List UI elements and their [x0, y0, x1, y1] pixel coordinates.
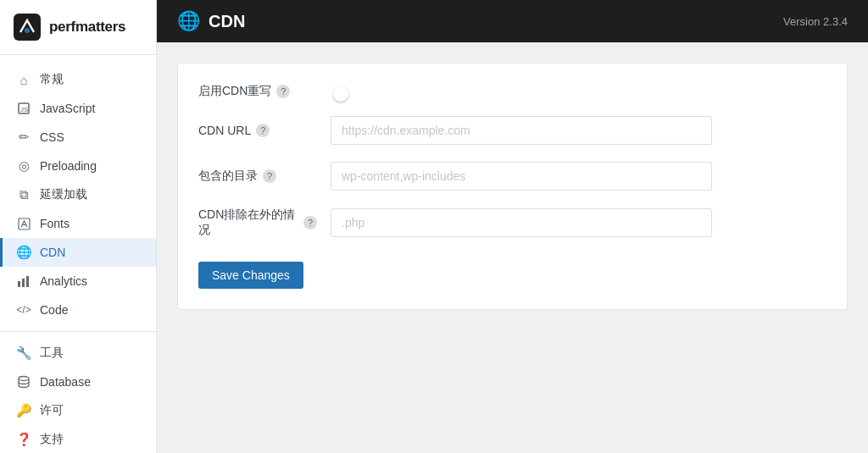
save-button-row: Save Changes [198, 255, 826, 289]
sidebar-item-code[interactable]: </> Code [0, 296, 156, 324]
general-icon: ⌂ [16, 72, 31, 87]
preloading-icon: ◎ [16, 158, 31, 174]
support-icon: ❓ [16, 432, 31, 447]
javascript-icon: JS [16, 101, 31, 116]
javascript-label: JavaScript [40, 102, 95, 115]
logo-icon [14, 14, 41, 41]
included-dirs-help-icon[interactable]: ? [263, 169, 276, 183]
cdn-icon: 🌐 [16, 245, 31, 260]
sidebar-item-database[interactable]: Database [0, 367, 156, 396]
toggle-thumb [333, 86, 348, 102]
fonts-icon [16, 216, 31, 231]
svg-point-1 [25, 28, 30, 33]
app-logo: perfmatters [0, 0, 156, 55]
code-icon: </> [16, 302, 31, 318]
page-title: CDN [209, 12, 245, 31]
preloading-label: Preloading [40, 159, 97, 173]
included-dirs-control [331, 162, 826, 191]
save-button[interactable]: Save Changes [198, 262, 303, 289]
general-label: 常规 [40, 72, 64, 87]
sidebar-item-general[interactable]: ⌂ 常规 [0, 65, 156, 94]
sidebar-item-css[interactable]: ✏ CSS [0, 123, 156, 152]
database-label: Database [40, 375, 91, 389]
sidebar-item-tools[interactable]: 🔧 工具 [0, 339, 156, 367]
license-label: 许可 [40, 403, 64, 418]
sidebar-item-cdn[interactable]: 🌐 CDN [0, 238, 156, 267]
css-icon: ✏ [16, 130, 31, 145]
sidebar-item-license[interactable]: 🔑 许可 [0, 396, 156, 425]
lazyload-label: 延缓加载 [40, 187, 87, 202]
sidebar-item-javascript[interactable]: JS JavaScript [0, 94, 156, 123]
cdn-rewrite-control [331, 84, 826, 99]
sidebar-nav: ⌂ 常规 JS JavaScript ✏ CSS ◎ Preloading ⧉ … [0, 55, 156, 453]
analytics-label: Analytics [40, 274, 87, 288]
cdn-url-help-icon[interactable]: ? [256, 124, 270, 137]
main-content: 🌐 CDN Version 2.3.4 启用CDN重写 ? [157, 0, 868, 453]
settings-card: 启用CDN重写 ? CDN URL ? [177, 63, 848, 310]
cdn-url-input[interactable] [331, 116, 712, 145]
license-icon: 🔑 [16, 403, 31, 418]
svg-rect-6 [18, 281, 20, 287]
tools-icon: 🔧 [16, 345, 31, 361]
lazyload-icon: ⧉ [16, 187, 31, 202]
header-title-group: 🌐 CDN [177, 10, 245, 32]
cdn-rewrite-row: 启用CDN重写 ? [198, 84, 826, 99]
code-label: Code [40, 303, 68, 317]
cdn-exclusions-label: CDN排除在外的情况 ? [198, 207, 317, 238]
cdn-url-row: CDN URL ? [198, 116, 826, 145]
database-icon [16, 374, 31, 389]
sidebar-item-preloading[interactable]: ◎ Preloading [0, 152, 156, 180]
svg-rect-7 [22, 279, 25, 287]
app-name: perfmatters [49, 19, 125, 36]
cdn-rewrite-help-icon[interactable]: ? [276, 85, 290, 98]
nav-divider [0, 331, 156, 332]
sidebar-item-fonts[interactable]: Fonts [0, 209, 156, 238]
analytics-icon [16, 273, 31, 289]
page-header: 🌐 CDN Version 2.3.4 [157, 0, 868, 42]
sidebar-item-support[interactable]: ❓ 支持 [0, 425, 156, 453]
cdn-url-control [331, 116, 826, 145]
support-label: 支持 [40, 432, 64, 447]
sidebar-item-lazyload[interactable]: ⧉ 延缓加载 [0, 180, 156, 209]
cdn-globe-icon: 🌐 [177, 10, 200, 32]
version-badge: Version 2.3.4 [783, 15, 848, 28]
sidebar: perfmatters ⌂ 常规 JS JavaScript ✏ CSS ◎ P… [0, 0, 157, 453]
cdn-exclusions-help-icon[interactable]: ? [303, 216, 317, 229]
cdn-rewrite-label: 启用CDN重写 ? [198, 84, 317, 99]
cdn-exclusions-input[interactable] [331, 208, 712, 237]
sidebar-item-analytics[interactable]: Analytics [0, 267, 156, 296]
fonts-label: Fonts [40, 217, 70, 230]
svg-point-9 [19, 377, 29, 381]
cdn-exclusions-control [331, 208, 826, 237]
included-dirs-row: 包含的目录 ? [198, 162, 826, 191]
content-panel: 启用CDN重写 ? CDN URL ? [157, 42, 868, 453]
included-dirs-label: 包含的目录 ? [198, 168, 317, 184]
css-label: CSS [40, 130, 64, 144]
included-dirs-input[interactable] [331, 162, 712, 191]
tools-label: 工具 [40, 345, 64, 361]
svg-rect-0 [14, 14, 41, 41]
svg-rect-8 [26, 276, 29, 287]
svg-text:JS: JS [20, 106, 28, 113]
cdn-url-label: CDN URL ? [198, 124, 317, 137]
cdn-exclusions-row: CDN排除在外的情况 ? [198, 207, 826, 238]
cdn-label: CDN [40, 246, 65, 259]
